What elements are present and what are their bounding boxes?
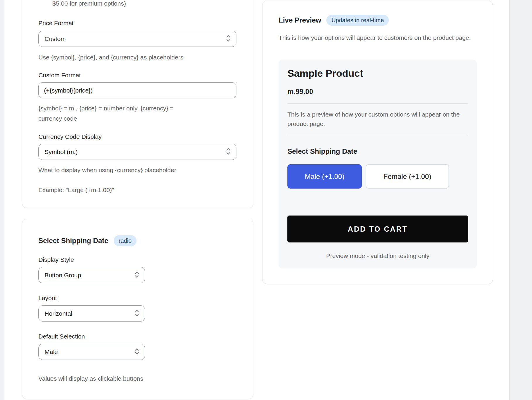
layout-select[interactable]: Horizontal bbox=[38, 305, 145, 322]
preview-divider bbox=[287, 136, 468, 136]
price-format-card: $5.00 for premium options) Price Format … bbox=[22, 0, 253, 208]
realtime-badge: Updates in real-time bbox=[326, 15, 389, 26]
custom-format-help: {symbol} = m., {price} = number only, {c… bbox=[38, 103, 191, 124]
app-content-frame: $5.00 for premium options) Price Format … bbox=[4, 0, 510, 400]
preview-note: This is a preview of how your custom opt… bbox=[287, 110, 463, 129]
sample-product-name: Sample Product bbox=[287, 67, 363, 79]
price-format-select-value: Custom bbox=[45, 35, 66, 42]
live-preview-card: Live Preview Updates in real-time This i… bbox=[262, 1, 493, 284]
display-style-select-value: Button Group bbox=[45, 272, 81, 279]
currency-code-display-select[interactable]: Symbol (m.) bbox=[38, 144, 236, 160]
live-preview-description: This is how your options will appear to … bbox=[279, 33, 484, 42]
option-type-badge: radio bbox=[114, 235, 137, 246]
sample-product-price: m.99.00 bbox=[287, 88, 313, 96]
price-format-select[interactable]: Custom bbox=[38, 31, 236, 47]
option-settings-card: Select Shipping Date radio Display Style… bbox=[22, 219, 253, 399]
option-button-female[interactable]: Female (+1.00) bbox=[366, 164, 449, 189]
default-selection-label: Default Selection bbox=[38, 332, 85, 341]
layout-label: Layout bbox=[38, 294, 57, 302]
currency-code-display-help: What to display when using {currency} pl… bbox=[38, 165, 176, 175]
select-updown-chevron-icon bbox=[134, 309, 139, 318]
live-preview-title: Live Preview bbox=[279, 15, 321, 25]
default-selection-select[interactable]: Male bbox=[38, 344, 145, 360]
option-button-male[interactable]: Male (+1.00) bbox=[287, 164, 362, 189]
truncated-helper-line: $5.00 for premium options) bbox=[52, 0, 126, 8]
select-updown-chevron-icon bbox=[226, 34, 231, 44]
select-updown-chevron-icon bbox=[134, 347, 139, 357]
default-selection-select-value: Male bbox=[45, 348, 58, 355]
custom-format-label: Custom Format bbox=[38, 71, 81, 79]
currency-code-display-select-value: Symbol (m.) bbox=[45, 148, 78, 155]
select-updown-chevron-icon bbox=[134, 271, 139, 280]
select-updown-chevron-icon bbox=[226, 147, 231, 157]
add-to-cart-button[interactable]: ADD TO CART bbox=[287, 216, 468, 242]
display-style-help: Values will display as clickable buttons bbox=[38, 373, 143, 384]
product-preview-panel: Sample Product m.99.00 This is a preview… bbox=[279, 59, 477, 269]
option-card-title: Select Shipping Date bbox=[38, 236, 108, 246]
preview-divider bbox=[287, 103, 468, 104]
price-format-label: Price Format bbox=[38, 19, 74, 27]
layout-select-value: Horizontal bbox=[45, 310, 72, 317]
custom-format-input[interactable] bbox=[38, 82, 236, 98]
preview-option-label: Select Shipping Date bbox=[287, 147, 357, 155]
display-style-label: Display Style bbox=[38, 256, 74, 264]
currency-code-display-label: Currency Code Display bbox=[38, 133, 102, 141]
price-format-help: Use {symbol}, {price}, and {currency} as… bbox=[38, 52, 183, 62]
preview-mode-footer: Preview mode - validation testing only bbox=[279, 252, 477, 260]
display-style-select[interactable]: Button Group bbox=[38, 267, 145, 283]
format-example-text: Example: "Large (+m.1.00)" bbox=[38, 185, 114, 195]
